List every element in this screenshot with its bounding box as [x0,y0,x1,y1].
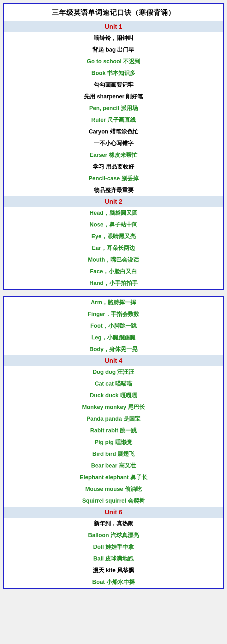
list-item: Pen, pencil 派用场 [4,102,223,114]
list-item: Ruler 尺子画直线 [4,114,223,126]
list-item: Mouth，嘴巴会说话 [4,254,223,266]
list-item: Nose，鼻子站中间 [4,219,223,231]
list-item: Face，小脸白又白 [4,266,223,277]
list-item: Ear，耳朵长两边 [4,242,223,254]
list-item: Squirrel squirrel 会爬树 [4,495,223,507]
list-item: 学习 用品要收好 [4,161,223,173]
list-item: 一不小心写错字 [4,138,223,149]
list-item: 新年到，真热闹 [4,518,223,529]
list-item: Body，身体晃一晃 [4,344,223,355]
list-item: Caryon 蜡笔涂色忙 [4,126,223,138]
list-item: Panda panda 是国宝 [4,413,223,425]
unit2-items: Head，脑袋圆又圆Nose，鼻子站中间Eye，眼睛黑又亮Ear，耳朵长两边Mo… [4,207,223,289]
list-item: Duck duck 嘎嘎嘎 [4,390,223,401]
list-item: Hand，小手拍拍手 [4,277,223,289]
list-item: Mouse mouse 偷油吃 [4,483,223,495]
list-item: Elephant elephant 鼻子长 [4,472,223,483]
list-item: Pencil-case 别丢掉 [4,173,223,184]
list-item: Rabit rabit 跳一跳 [4,425,223,437]
list-item: Bird bird 展翅飞 [4,448,223,460]
list-item: 漫天 kite 风筝飘 [4,565,223,576]
card2: Arm，胳膊挥一挥Finger，手指会数数Foot，小脚跳一跳Leg，小腿踢踢腿… [3,296,224,589]
list-item: 物品整齐最重要 [4,184,223,196]
list-item: Earser 橡皮来帮忙 [4,149,223,161]
list-item: Finger，手指会数数 [4,308,223,320]
unit2-cont-items: Arm，胳膊挥一挥Finger，手指会数数Foot，小脚跳一跳Leg，小腿踢踢腿… [4,297,223,355]
unit6-header: Unit 6 [4,507,223,518]
card-title: 三年级英语单词速记口诀（寒假背诵） [4,4,223,21]
list-item: Boat 小船水中摇 [4,576,223,588]
list-item: Monkey monkey 尾巴长 [4,401,223,413]
list-item: 嘀铃铃，闹钟叫 [4,32,223,44]
list-item: Doll 娃娃手中拿 [4,541,223,553]
list-item: 背起 bag 出门早 [4,44,223,56]
unit1-items: 嘀铃铃，闹钟叫背起 bag 出门早Go to school 不迟到Book 书本… [4,32,223,196]
unit1-header: Unit 1 [4,21,223,32]
list-item: Ball 皮球满地跑 [4,553,223,565]
card1: 三年级英语单词速记口诀（寒假背诵） Unit 1 嘀铃铃，闹钟叫背起 bag 出… [3,3,224,290]
list-item: Go to school 不迟到 [4,56,223,67]
list-item: 先用 sharpener 削好笔 [4,91,223,102]
list-item: Cat cat 喵喵喵 [4,378,223,390]
list-item: Balloon 汽球真漂亮 [4,529,223,541]
list-item: Pig pig 睡懒觉 [4,437,223,448]
unit2-header: Unit 2 [4,196,223,207]
unit4-items: Dog dog 汪汪汪Cat cat 喵喵喵Duck duck 嘎嘎嘎Monke… [4,366,223,507]
list-item: 勾勾画画要记牢 [4,79,223,91]
list-item: Foot，小脚跳一跳 [4,320,223,332]
list-item: Leg，小腿踢踢腿 [4,332,223,344]
list-item: Dog dog 汪汪汪 [4,366,223,378]
unit4-header: Unit 4 [4,355,223,366]
list-item: Book 书本知识多 [4,67,223,79]
unit6-items: 新年到，真热闹Balloon 汽球真漂亮Doll 娃娃手中拿Ball 皮球满地跑… [4,518,223,588]
list-item: Bear bear 高又壮 [4,460,223,472]
list-item: Arm，胳膊挥一挥 [4,297,223,308]
list-item: Head，脑袋圆又圆 [4,207,223,219]
list-item: Eye，眼睛黑又亮 [4,231,223,242]
